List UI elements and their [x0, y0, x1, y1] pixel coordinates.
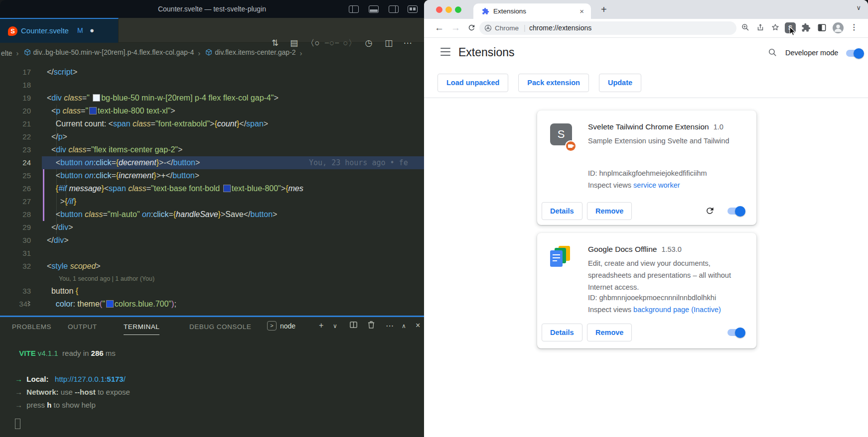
button-details[interactable]: Details — [542, 324, 582, 341]
breadcrumb-separator-icon: › — [198, 49, 200, 57]
bookmark-star-icon[interactable] — [771, 23, 780, 34]
button-update[interactable]: Update — [599, 74, 641, 92]
code-line: 28 <button class="ml-auto" on:click={han… — [0, 208, 424, 221]
button-details[interactable]: Details — [542, 202, 582, 220]
toggle-panel-icon[interactable] — [369, 5, 379, 13]
site-chip-label: Chrome — [495, 24, 519, 32]
line-number: 21 — [0, 117, 31, 130]
codelens-annotation: You, 1 second ago | 1 author (You) — [0, 273, 424, 285]
close-panel-icon[interactable]: × — [416, 321, 420, 330]
reload-icon[interactable] — [467, 22, 476, 34]
button-load-unpacked[interactable]: Load unpacked — [437, 74, 508, 92]
breadcrumb-item[interactable]: div.flex.items-center.gap-2 — [205, 43, 295, 62]
terminal-cursor — [15, 419, 20, 429]
close-window-light[interactable] — [436, 6, 442, 13]
tab-label: Counter.svelte — [21, 26, 69, 35]
share-icon[interactable] — [756, 23, 765, 34]
line-number: 20 — [0, 105, 31, 117]
code-text: <button on:click={increment}>+</button> — [47, 169, 199, 182]
split-terminal-icon[interactable] — [350, 321, 357, 330]
dirty-dot-icon: ● — [90, 26, 94, 34]
tab-search-chevron-icon[interactable]: ∨ — [856, 4, 861, 11]
puzzle-favicon-icon — [482, 7, 489, 15]
line-number: 30 — [0, 234, 31, 247]
button-remove[interactable]: Remove — [587, 324, 632, 341]
new-terminal-icon[interactable]: + — [319, 321, 323, 330]
panel-tab-output[interactable]: OUTPUT — [68, 323, 97, 330]
extension-version: 1.53.0 — [661, 245, 681, 253]
breadcrumb-item[interactable]: div..bg-blue-50.min-w-[20rem].p-4.flex.f… — [24, 43, 194, 62]
line-number: 29 — [0, 221, 31, 234]
header-divider — [424, 98, 868, 98]
breadcrumb-label: elte — [1, 49, 12, 57]
inspect-view-link[interactable]: background page (Inactive) — [633, 306, 721, 314]
developer-mode-toggle-thumb[interactable] — [854, 48, 864, 59]
code-text: <p class="text-blue-800 text-xl"> — [47, 105, 175, 117]
developer-mode-label: Developer mode — [785, 49, 838, 57]
gutter-mark-icon — [27, 302, 31, 308]
zoom-window-light[interactable] — [455, 6, 461, 13]
menu-dots-icon[interactable]: ⋮ — [850, 22, 858, 32]
code-text: color: theme("colors.blue.700"); — [47, 298, 176, 311]
tab-extensions[interactable]: Extensions × — [473, 3, 591, 19]
code-text: Current count: <span class="font-extrabo… — [47, 117, 268, 130]
customize-layout-icon[interactable] — [408, 5, 418, 13]
svelte-file-icon: S — [8, 26, 17, 36]
reload-extension-icon[interactable] — [705, 206, 715, 218]
code-lines: 17</script>1819<div class=" bg-blue-50 m… — [0, 62, 424, 311]
button-remove[interactable]: Remove — [587, 202, 632, 220]
forward-icon[interactable]: → — [451, 22, 460, 33]
search-icon[interactable] — [768, 48, 777, 59]
code-line: 21 Current count: <span class="font-extr… — [0, 117, 424, 130]
breadcrumb-item[interactable]: elte — [1, 44, 12, 63]
omnibox-separator: | — [524, 24, 526, 32]
vscode-window-title: Counter.svelte — test-svelte-plugin — [0, 0, 424, 18]
chrome-toolbar: ← → Chrome | chrome://extensions S — [424, 19, 868, 38]
toggle-primary-sidebar-icon[interactable] — [349, 5, 359, 13]
line-number: 22 — [0, 130, 31, 143]
profile-avatar[interactable] — [833, 22, 844, 33]
extension-enabled-toggle-thumb[interactable] — [735, 328, 745, 338]
extensions-puzzle-icon[interactable] — [801, 23, 811, 34]
hamburger-menu-icon[interactable] — [440, 48, 450, 56]
kill-terminal-trash-icon[interactable] — [368, 321, 375, 330]
extension-version: 1.0 — [714, 123, 723, 131]
panel-tab-problems[interactable]: PROBLEMS — [12, 323, 51, 330]
tab-close-icon[interactable]: × — [579, 7, 584, 15]
panel-more-actions-icon[interactable]: ⋯ — [386, 321, 394, 330]
address-bar[interactable]: Chrome | chrome://extensions — [479, 21, 736, 35]
side-panel-icon[interactable] — [817, 23, 827, 34]
code-line: 32<style scoped> — [0, 260, 424, 273]
url-text[interactable]: chrome://extensions — [529, 24, 591, 32]
panel-tab-debug-console[interactable]: DEBUG CONSOLE — [189, 323, 251, 330]
screen: Counter.svelte — test-svelte-plugin S Co… — [0, 0, 868, 437]
extension-id: ID: ghbmnnjooekpmoecnnnilnnbdlolhkhi — [588, 294, 716, 302]
extension-card: SSvelete Tailwind Chrome Extension1.0Sam… — [537, 110, 756, 225]
color-swatch — [223, 185, 231, 192]
extension-icon — [550, 246, 572, 268]
vscode-titlebar: Counter.svelte — test-svelte-plugin — [0, 0, 424, 18]
line-number: 32 — [0, 260, 31, 273]
terminal-dropdown-icon[interactable]: ∨ — [333, 323, 337, 329]
code-editor[interactable]: 17</script>1819<div class=" bg-blue-50 m… — [0, 62, 424, 316]
inspect-view-link[interactable]: service worker — [633, 181, 680, 189]
new-tab-icon[interactable]: + — [601, 4, 607, 15]
tab-counter-svelte[interactable]: S Counter.svelte M ● — [0, 18, 119, 43]
site-info-icon[interactable] — [484, 24, 492, 32]
gdocs-blue-doc — [550, 250, 563, 267]
code-text: <style scoped> — [47, 260, 101, 273]
line-number: 25 — [0, 169, 31, 182]
breadcrumb[interactable]: elte›div..bg-blue-50.min-w-[20rem].p-4.f… — [0, 43, 424, 62]
terminal-shell-label[interactable]: node — [280, 322, 295, 330]
toggle-secondary-sidebar-icon[interactable] — [389, 5, 399, 13]
maximize-panel-icon[interactable]: ∧ — [402, 323, 406, 329]
extension-enabled-toggle-thumb[interactable] — [735, 206, 745, 217]
terminal-line: VITE v4.1.1 ready in 286 ms — [15, 349, 116, 358]
zoom-icon[interactable] — [741, 23, 750, 34]
button-pack-extension[interactable]: Pack extension — [518, 74, 589, 92]
extension-name: Google Docs Offline1.53.0 — [588, 245, 682, 254]
minimize-window-light[interactable] — [445, 6, 452, 13]
back-icon[interactable]: ← — [434, 22, 444, 33]
panel-tab-terminal[interactable]: TERMINAL — [124, 323, 159, 330]
code-text: <div class="flex items-center gap-2"> — [47, 143, 182, 156]
